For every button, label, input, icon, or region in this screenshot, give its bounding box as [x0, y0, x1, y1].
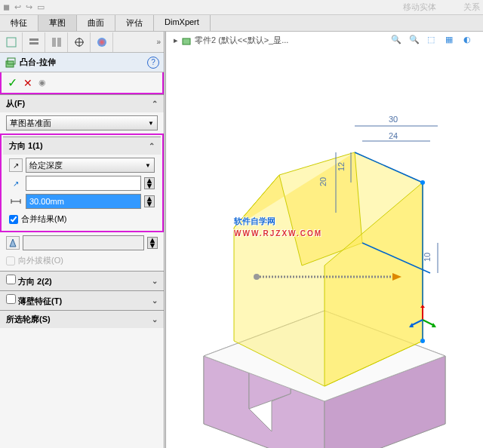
selected-contours-section: 所选轮廓(S)⌄	[0, 310, 164, 328]
expand-icon[interactable]: »	[156, 38, 161, 46]
manager-tabs: »	[0, 32, 164, 53]
draft-angle-field	[23, 235, 144, 250]
heads-up-toolbar: 🔍 🔍 ⬚ ▦ ◐	[391, 35, 478, 50]
display-style-icon[interactable]: ▦	[445, 35, 460, 50]
draft-button[interactable]	[6, 236, 20, 250]
section-icon[interactable]: ◐	[463, 35, 478, 50]
command-tabs: 特征 草图 曲面 评估 DimXpert	[0, 15, 483, 32]
feature-manager-tab[interactable]	[0, 32, 23, 52]
zoom-fit-icon[interactable]: 🔍	[391, 35, 406, 50]
direction1-section: 方向 1(1)⌃ ↗ 给定深度 ▼ ↗ ▲▼ 30.00mm	[3, 137, 161, 229]
qat-icon[interactable]: ↪	[26, 2, 32, 12]
feature-title: 凸台-拉伸	[20, 57, 56, 68]
model-preview[interactable]: 30 24 20 12 10	[166, 54, 483, 448]
expand-icon[interactable]: ⌄	[152, 277, 158, 285]
watermark-url: WWW.RJZXW.COM	[234, 229, 322, 238]
svg-rect-4	[57, 38, 61, 47]
tab-sketch[interactable]: 草图	[38, 15, 77, 31]
dimxpert-tab[interactable]	[68, 32, 91, 52]
svg-rect-0	[7, 38, 16, 47]
preview-icon[interactable]: ◉	[38, 78, 46, 87]
svg-rect-11	[183, 38, 190, 44]
appearance-tab[interactable]	[91, 32, 113, 52]
dim-12[interactable]: 12	[337, 162, 346, 171]
expand-icon[interactable]: ⌄	[152, 296, 158, 305]
direction2-section: 方向 2(2)⌄	[0, 271, 164, 290]
cancel-button[interactable]: ✕	[23, 77, 32, 89]
quick-access-toolbar: ◼ ↩ ↪ ▭ 移动实体 关系	[0, 0, 483, 15]
tab-evaluate[interactable]: 评估	[115, 15, 154, 31]
reverse-direction-button[interactable]: ↗	[9, 158, 23, 172]
dir2-checkbox[interactable]	[6, 275, 16, 284]
dim-20[interactable]: 20	[318, 177, 328, 186]
dir2-label: 方向 2(2)	[18, 277, 52, 286]
merge-result-checkbox[interactable]	[9, 215, 18, 224]
ribbon-hint: 移动实体	[403, 2, 436, 13]
collapse-icon[interactable]: ⌃	[152, 100, 158, 108]
direction-vector-icon[interactable]: ↗	[9, 176, 23, 190]
svg-rect-2	[29, 42, 38, 44]
spinner[interactable]: ▲▼	[147, 237, 158, 249]
from-label: 从(F)	[6, 98, 25, 109]
qat-icon[interactable]: ◼	[3, 2, 10, 12]
thin-label: 薄壁特征(T)	[18, 296, 62, 305]
contours-label: 所选轮廓(S)	[6, 314, 51, 325]
svg-point-16	[420, 339, 425, 343]
feature-header: 凸台-拉伸 ?	[0, 53, 164, 72]
part-name: 零件2 (默认<<默认>_显...	[195, 35, 288, 46]
dropdown-arrow-icon: ▼	[145, 162, 151, 169]
draft-outward-label: 向外拔模(O)	[18, 255, 63, 266]
watermark-text: 软件自学网	[234, 216, 275, 226]
expand-tree-icon[interactable]: ▸	[174, 35, 178, 45]
ribbon-hint: 关系	[463, 2, 480, 13]
dim-30[interactable]: 30	[389, 115, 398, 124]
spinner[interactable]: ▲▼	[144, 195, 155, 207]
thin-feature-section: 薄壁特征(T)⌄	[0, 290, 164, 310]
collapse-icon[interactable]: ⌃	[149, 142, 155, 150]
from-value: 草图基准面	[10, 118, 51, 129]
property-manager: » 凸台-拉伸 ? ✓ ✕ ◉ 从(F)⌃ 草图基准面 ▼	[0, 32, 166, 448]
origin-triad	[408, 305, 438, 335]
dim-24[interactable]: 24	[389, 131, 398, 140]
depth-icon	[9, 195, 23, 208]
qat-icon[interactable]: ↩	[14, 2, 21, 12]
zoom-area-icon[interactable]: 🔍	[409, 35, 424, 50]
end-condition-combo[interactable]: 给定深度 ▼	[26, 158, 155, 173]
ok-button[interactable]: ✓	[8, 75, 17, 90]
tab-surfaces[interactable]: 曲面	[77, 15, 115, 31]
tab-dimxpert[interactable]: DimXpert	[154, 15, 211, 31]
dim-10[interactable]: 10	[423, 253, 432, 262]
svg-rect-1	[29, 38, 38, 41]
watermark: 软件自学网 WWW.RJZXW.COM	[234, 205, 322, 238]
confirm-bar: ✓ ✕ ◉	[0, 72, 164, 94]
config-tab[interactable]	[45, 32, 68, 52]
tab-features[interactable]: 特征	[0, 15, 38, 31]
extrude-icon	[5, 57, 17, 69]
svg-point-15	[420, 180, 425, 185]
end-condition-value: 给定深度	[29, 160, 63, 171]
draft-outward-checkbox	[6, 256, 15, 265]
qat-icon[interactable]: ▭	[37, 2, 45, 12]
svg-point-8	[97, 38, 106, 47]
from-section: 从(F)⌃ 草图基准面 ▼	[0, 94, 164, 133]
depth-field[interactable]: 30.00mm	[26, 194, 141, 209]
svg-point-18	[254, 274, 260, 280]
part-icon	[181, 35, 192, 46]
svg-marker-26	[420, 305, 425, 308]
flyout-tree[interactable]: ▸ 零件2 (默认<<默认>_显...	[174, 35, 288, 46]
merge-result-label: 合并结果(M)	[21, 213, 67, 225]
help-icon[interactable]: ?	[147, 57, 159, 69]
direction-vector-field[interactable]	[26, 176, 141, 191]
dropdown-arrow-icon: ▼	[148, 120, 154, 127]
from-condition-combo[interactable]: 草图基准面 ▼	[6, 115, 158, 130]
graphics-area[interactable]: ▸ 零件2 (默认<<默认>_显... 🔍 🔍 ⬚ ▦ ◐	[166, 32, 483, 448]
spinner[interactable]: ▲▼	[144, 177, 155, 189]
thin-checkbox[interactable]	[6, 294, 16, 304]
depth-value: 30.00mm	[29, 197, 64, 206]
expand-icon[interactable]: ⌄	[152, 315, 158, 324]
view-orient-icon[interactable]: ⬚	[427, 35, 442, 50]
svg-rect-3	[52, 38, 56, 47]
property-tab[interactable]	[23, 32, 45, 52]
dir1-label: 方向 1(1)	[9, 140, 43, 152]
